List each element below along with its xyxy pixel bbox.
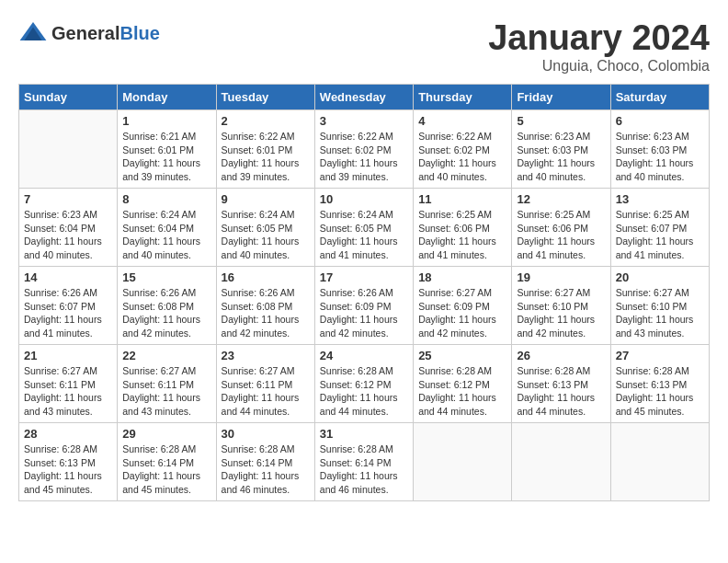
location: Unguia, Choco, Colombia bbox=[488, 58, 710, 75]
calendar-cell: 15Sunrise: 6:26 AMSunset: 6:08 PMDayligh… bbox=[118, 267, 216, 345]
day-number: 18 bbox=[418, 270, 506, 284]
calendar-cell: 11Sunrise: 6:25 AMSunset: 6:06 PMDayligh… bbox=[414, 189, 512, 267]
day-number: 8 bbox=[122, 192, 210, 206]
day-number: 3 bbox=[320, 114, 408, 128]
day-number: 21 bbox=[24, 349, 112, 362]
day-number: 14 bbox=[24, 270, 112, 284]
calendar-cell: 4Sunrise: 6:22 AMSunset: 6:02 PMDaylight… bbox=[414, 110, 512, 189]
day-number: 10 bbox=[320, 192, 408, 206]
weekday-header-friday: Friday bbox=[512, 85, 610, 110]
calendar-cell: 22Sunrise: 6:27 AMSunset: 6:11 PMDayligh… bbox=[118, 345, 216, 423]
calendar-cell: 13Sunrise: 6:25 AMSunset: 6:07 PMDayligh… bbox=[610, 189, 709, 267]
calendar-cell: 5Sunrise: 6:23 AMSunset: 6:03 PMDaylight… bbox=[512, 110, 610, 189]
week-row-2: 14Sunrise: 6:26 AMSunset: 6:07 PMDayligh… bbox=[19, 267, 710, 345]
week-row-3: 21Sunrise: 6:27 AMSunset: 6:11 PMDayligh… bbox=[19, 345, 710, 423]
day-info: Sunrise: 6:22 AMSunset: 6:02 PMDaylight:… bbox=[320, 130, 408, 184]
calendar-cell: 25Sunrise: 6:28 AMSunset: 6:12 PMDayligh… bbox=[414, 345, 512, 423]
week-row-4: 28Sunrise: 6:28 AMSunset: 6:13 PMDayligh… bbox=[19, 423, 710, 501]
calendar-cell: 28Sunrise: 6:28 AMSunset: 6:13 PMDayligh… bbox=[19, 423, 118, 501]
day-info: Sunrise: 6:23 AMSunset: 6:03 PMDaylight:… bbox=[517, 130, 605, 184]
day-info: Sunrise: 6:24 AMSunset: 6:04 PMDaylight:… bbox=[122, 208, 210, 262]
day-number: 9 bbox=[222, 192, 310, 206]
calendar-cell bbox=[610, 423, 709, 501]
weekday-header-sunday: Sunday bbox=[19, 85, 118, 110]
page-header: GeneralBlue January 2024 Unguia, Choco, … bbox=[18, 18, 710, 75]
calendar-cell: 8Sunrise: 6:24 AMSunset: 6:04 PMDaylight… bbox=[118, 189, 216, 267]
day-number: 4 bbox=[418, 114, 506, 128]
day-info: Sunrise: 6:28 AMSunset: 6:12 PMDaylight:… bbox=[320, 364, 408, 419]
title-block: January 2024 Unguia, Choco, Colombia bbox=[488, 18, 710, 75]
day-info: Sunrise: 6:23 AMSunset: 6:04 PMDaylight:… bbox=[24, 208, 112, 262]
day-info: Sunrise: 6:26 AMSunset: 6:07 PMDaylight:… bbox=[24, 286, 112, 340]
weekday-header-saturday: Saturday bbox=[610, 85, 709, 110]
weekday-header-row: SundayMondayTuesdayWednesdayThursdayFrid… bbox=[19, 85, 710, 110]
calendar-cell: 12Sunrise: 6:25 AMSunset: 6:06 PMDayligh… bbox=[512, 189, 610, 267]
logo-general: General bbox=[51, 23, 119, 43]
day-info: Sunrise: 6:26 AMSunset: 6:09 PMDaylight:… bbox=[320, 286, 408, 340]
day-number: 13 bbox=[616, 192, 704, 206]
week-row-1: 7Sunrise: 6:23 AMSunset: 6:04 PMDaylight… bbox=[19, 189, 710, 267]
logo: GeneralBlue bbox=[18, 18, 160, 48]
calendar-cell: 24Sunrise: 6:28 AMSunset: 6:12 PMDayligh… bbox=[314, 345, 413, 423]
day-number: 26 bbox=[517, 349, 605, 362]
calendar-cell: 30Sunrise: 6:28 AMSunset: 6:14 PMDayligh… bbox=[216, 423, 314, 501]
calendar-cell: 19Sunrise: 6:27 AMSunset: 6:10 PMDayligh… bbox=[512, 267, 610, 345]
day-info: Sunrise: 6:27 AMSunset: 6:10 PMDaylight:… bbox=[616, 286, 704, 340]
day-number: 23 bbox=[222, 349, 310, 362]
calendar-cell: 29Sunrise: 6:28 AMSunset: 6:14 PMDayligh… bbox=[118, 423, 216, 501]
day-info: Sunrise: 6:28 AMSunset: 6:14 PMDaylight:… bbox=[122, 442, 210, 497]
day-info: Sunrise: 6:23 AMSunset: 6:03 PMDaylight:… bbox=[616, 130, 704, 184]
day-info: Sunrise: 6:25 AMSunset: 6:06 PMDaylight:… bbox=[517, 208, 605, 262]
day-number: 17 bbox=[320, 270, 408, 284]
calendar-cell: 2Sunrise: 6:22 AMSunset: 6:01 PMDaylight… bbox=[216, 110, 314, 189]
calendar-cell: 1Sunrise: 6:21 AMSunset: 6:01 PMDaylight… bbox=[118, 110, 216, 189]
day-number: 2 bbox=[222, 114, 310, 128]
calendar-cell: 21Sunrise: 6:27 AMSunset: 6:11 PMDayligh… bbox=[19, 345, 118, 423]
weekday-header-monday: Monday bbox=[118, 85, 216, 110]
day-number: 29 bbox=[122, 427, 210, 441]
day-info: Sunrise: 6:21 AMSunset: 6:01 PMDaylight:… bbox=[122, 130, 210, 184]
day-info: Sunrise: 6:22 AMSunset: 6:02 PMDaylight:… bbox=[418, 130, 506, 184]
day-info: Sunrise: 6:28 AMSunset: 6:13 PMDaylight:… bbox=[24, 442, 112, 497]
day-info: Sunrise: 6:22 AMSunset: 6:01 PMDaylight:… bbox=[222, 130, 310, 184]
calendar-cell: 9Sunrise: 6:24 AMSunset: 6:05 PMDaylight… bbox=[216, 189, 314, 267]
calendar-cell: 6Sunrise: 6:23 AMSunset: 6:03 PMDaylight… bbox=[610, 110, 709, 189]
calendar-cell bbox=[19, 110, 118, 189]
day-number: 5 bbox=[517, 114, 605, 128]
day-info: Sunrise: 6:28 AMSunset: 6:12 PMDaylight:… bbox=[418, 364, 506, 419]
month-title: January 2024 bbox=[488, 18, 710, 58]
day-info: Sunrise: 6:25 AMSunset: 6:06 PMDaylight:… bbox=[418, 208, 506, 262]
day-number: 6 bbox=[616, 114, 704, 128]
calendar-cell: 23Sunrise: 6:27 AMSunset: 6:11 PMDayligh… bbox=[216, 345, 314, 423]
day-info: Sunrise: 6:25 AMSunset: 6:07 PMDaylight:… bbox=[616, 208, 704, 262]
calendar-cell: 20Sunrise: 6:27 AMSunset: 6:10 PMDayligh… bbox=[610, 267, 709, 345]
day-info: Sunrise: 6:27 AMSunset: 6:09 PMDaylight:… bbox=[418, 286, 506, 340]
day-info: Sunrise: 6:27 AMSunset: 6:11 PMDaylight:… bbox=[122, 364, 210, 419]
calendar-cell: 18Sunrise: 6:27 AMSunset: 6:09 PMDayligh… bbox=[414, 267, 512, 345]
day-info: Sunrise: 6:24 AMSunset: 6:05 PMDaylight:… bbox=[222, 208, 310, 262]
calendar-cell bbox=[512, 423, 610, 501]
day-info: Sunrise: 6:28 AMSunset: 6:14 PMDaylight:… bbox=[222, 442, 310, 497]
day-info: Sunrise: 6:26 AMSunset: 6:08 PMDaylight:… bbox=[122, 286, 210, 340]
day-info: Sunrise: 6:24 AMSunset: 6:05 PMDaylight:… bbox=[320, 208, 408, 262]
day-info: Sunrise: 6:27 AMSunset: 6:10 PMDaylight:… bbox=[517, 286, 605, 340]
day-info: Sunrise: 6:26 AMSunset: 6:08 PMDaylight:… bbox=[222, 286, 310, 340]
calendar-cell: 31Sunrise: 6:28 AMSunset: 6:14 PMDayligh… bbox=[314, 423, 413, 501]
day-info: Sunrise: 6:27 AMSunset: 6:11 PMDaylight:… bbox=[222, 364, 310, 419]
weekday-header-thursday: Thursday bbox=[414, 85, 512, 110]
calendar-cell: 26Sunrise: 6:28 AMSunset: 6:13 PMDayligh… bbox=[512, 345, 610, 423]
day-number: 19 bbox=[517, 270, 605, 284]
day-number: 12 bbox=[517, 192, 605, 206]
weekday-header-wednesday: Wednesday bbox=[314, 85, 413, 110]
logo-blue: Blue bbox=[119, 23, 159, 43]
day-number: 22 bbox=[122, 349, 210, 362]
calendar-cell: 16Sunrise: 6:26 AMSunset: 6:08 PMDayligh… bbox=[216, 267, 314, 345]
day-number: 11 bbox=[418, 192, 506, 206]
day-info: Sunrise: 6:28 AMSunset: 6:13 PMDaylight:… bbox=[517, 364, 605, 419]
calendar-cell bbox=[414, 423, 512, 501]
day-info: Sunrise: 6:27 AMSunset: 6:11 PMDaylight:… bbox=[24, 364, 112, 419]
day-info: Sunrise: 6:28 AMSunset: 6:14 PMDaylight:… bbox=[320, 442, 408, 497]
calendar-cell: 7Sunrise: 6:23 AMSunset: 6:04 PMDaylight… bbox=[19, 189, 118, 267]
day-number: 20 bbox=[616, 270, 704, 284]
calendar-cell: 14Sunrise: 6:26 AMSunset: 6:07 PMDayligh… bbox=[19, 267, 118, 345]
